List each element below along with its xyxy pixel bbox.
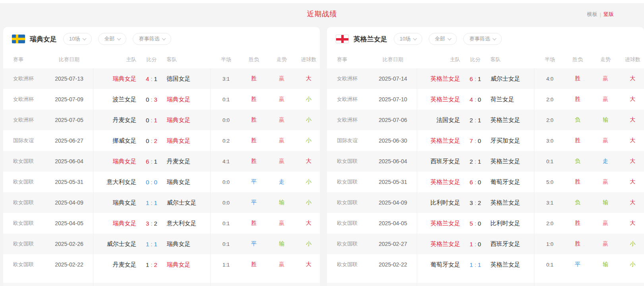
score: 3 : 2 [141,220,162,227]
view-toggle-horizontal[interactable]: 横板 [587,11,598,18]
match-row: 女欧洲杯 2025-07-09 波兰女足 0 : 3 瑞典女足 0:1 胜 赢 … [3,89,320,110]
england-flag-icon [336,35,349,43]
away-score: 0 [478,241,481,247]
home-team: 西班牙女足 [417,158,465,165]
match-cell: 意大利女足 0 : 0 瑞典女足 [93,178,210,186]
trend-cell: 输 [266,199,298,206]
home-score: 0 [146,117,149,124]
away-team: 威尔士女足 [162,199,211,207]
halftime-cell: 1:0 [534,241,566,247]
result-cell: 负 [566,199,590,206]
match-cell: 法国女足 2 : 1 英格兰女足 [417,116,534,124]
filter-pill-match-count[interactable]: 10场 [63,33,92,45]
away-score: 1 [478,158,481,165]
date-cell: 2025-05-31 [369,179,417,185]
competition-cell: 欧女国联 [3,158,45,165]
view-toggle-vertical[interactable]: 竖版 [603,11,614,18]
match-cell: 丹麦女足 1 : 2 瑞典女足 [93,261,210,269]
view-toggle-divider: | [600,12,601,17]
match-row: 女欧洲杯 2025-07-14 英格兰女足 6 : 1 威尔士女足 4:0 胜 … [327,68,644,89]
column-header-match: 主队 比分 客队 [417,56,534,63]
partial-next-row [3,283,320,286]
trend-cell: 赢 [590,137,621,144]
column-header-goals: 进球数 [621,56,644,63]
trend-cell: 赢 [590,178,621,186]
match-cell: 威尔士女足 1 : 1 瑞典女足 [93,240,210,248]
result-cell: 平 [242,178,266,186]
score: 6 : 1 [465,75,486,82]
home-score: 5 [470,220,473,227]
halftime-cell: 4:0 [534,76,566,82]
away-score: 1 [478,117,481,124]
filter-pill-competition[interactable]: 赛事筛选 [463,33,502,45]
goals-cell: 小 [621,240,644,247]
match-cell: 英格兰女足 1 : 0 西班牙女足 [417,240,534,248]
match-cell: 瑞典女足 1 : 1 威尔士女足 [93,199,210,207]
result-cell: 平 [566,261,590,268]
match-row: 欧女国联 2025-05-31 意大利女足 0 : 0 瑞典女足 0:0 平 走… [3,172,320,192]
trend-cell: 输 [590,199,621,206]
score: 0 : 0 [141,179,162,186]
filter-pill-all[interactable]: 全部 [98,33,126,45]
home-score: 1 [470,261,473,268]
result-cell: 胜 [242,137,266,144]
away-score: 1 [154,241,157,247]
home-team: 英格兰女足 [417,178,465,186]
filter-pill-competition[interactable]: 赛事筛选 [133,33,171,45]
column-header-trend: 走势 [590,56,621,63]
home-team: 丹麦女足 [93,261,141,269]
home-team: 英格兰女足 [417,240,465,248]
score: 5 : 0 [465,220,486,227]
date-cell: 2025-04-09 [369,199,417,206]
goals-cell: 大 [621,137,644,144]
row-spacer [327,275,644,283]
result-cell: 胜 [242,261,266,268]
result-cell: 胜 [566,75,590,82]
filter-pill-match-count[interactable]: 10场 [394,33,422,45]
score-colon: : [151,261,152,268]
date-cell: 2025-05-31 [45,179,93,185]
goals-cell: 小 [621,261,644,268]
score: 0 : 1 [141,117,162,124]
score: 1 : 0 [465,241,486,247]
result-cell: 胜 [242,158,266,165]
score-colon: : [151,75,152,82]
filter-pill-all[interactable]: 全部 [429,33,457,45]
goals-cell: 大 [621,116,644,124]
column-header-away: 客队 [162,56,211,63]
score: 4 : 0 [465,96,486,103]
table-header: 赛事 比赛日期 主队 比分 客队 半场 胜负 走势 进球数 [327,51,644,68]
away-team: 比利时女足 [486,220,534,227]
score: 1 : 1 [465,261,486,268]
column-header-date: 比赛日期 [369,56,417,63]
away-team: 威尔士女足 [486,75,534,83]
away-score: 0 [478,179,481,186]
panel-header: 英格兰女足 10场 全部 赛事筛选 [327,27,644,51]
home-score: 1 [470,241,473,247]
chevron-down-icon [83,36,87,40]
match-cell: 英格兰女足 4 : 0 荷兰女足 [417,96,534,103]
trend-cell: 赢 [266,158,298,165]
away-team: 瑞典女足 [162,96,211,103]
score: 2 : 1 [465,158,486,165]
match-cell: 比利时女足 3 : 2 英格兰女足 [417,199,534,207]
score-colon: : [474,220,476,227]
away-score: 1 [478,261,481,268]
goals-cell: 大 [298,261,320,268]
away-score: 0 [478,96,481,103]
home-team: 威尔士女足 [93,240,141,248]
date-cell: 2025-07-05 [45,117,93,123]
score: 0 : 2 [141,137,162,144]
home-score: 6 [470,179,473,186]
trend-cell: 赢 [590,96,621,103]
chevron-down-icon [117,36,121,40]
match-cell: 英格兰女足 5 : 0 比利时女足 [417,220,534,227]
halftime-cell: 0:1 [534,262,566,268]
away-team: 英格兰女足 [486,199,534,207]
score: 4 : 1 [141,75,162,82]
match-row: 欧女国联 2025-04-05 瑞典女足 3 : 2 意大利女足 0:1 胜 赢… [3,213,320,234]
date-cell: 2025-02-22 [45,261,93,268]
result-cell: 胜 [566,220,590,227]
result-cell: 胜 [566,96,590,103]
home-team: 波兰女足 [93,96,141,103]
